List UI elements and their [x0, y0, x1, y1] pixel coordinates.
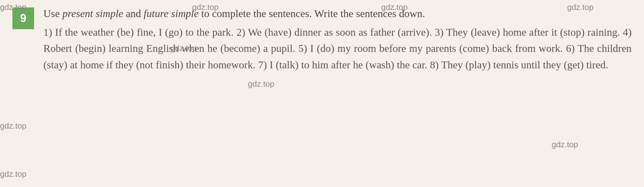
exercise-content: Use present simple and future simple to …	[43, 6, 632, 73]
watermark-8: gdz.top	[552, 140, 578, 149]
watermark-9: gdz.top	[0, 169, 26, 179]
instruction-part1: Use	[43, 8, 62, 19]
exercise-row: 9 Use present simple and future simple t…	[12, 6, 632, 73]
instruction-part3: to complete the sentences. Write the sen…	[199, 8, 425, 19]
instruction-part2: and	[123, 8, 144, 19]
exercise-number: 9	[12, 7, 34, 29]
watermark-6: gdz.top	[248, 79, 274, 89]
term-future-simple: future simple	[144, 8, 199, 19]
page-container: gdz.top gdz.top gdz.top gdz.top gdz.top …	[0, 0, 644, 187]
watermark-7: gdz.top	[0, 121, 26, 131]
instruction: Use present simple and future simple to …	[43, 6, 632, 21]
sentences: 1) If the weather (be) fine, I (go) to t…	[43, 24, 632, 73]
term-present-simple: present simple	[62, 8, 123, 19]
